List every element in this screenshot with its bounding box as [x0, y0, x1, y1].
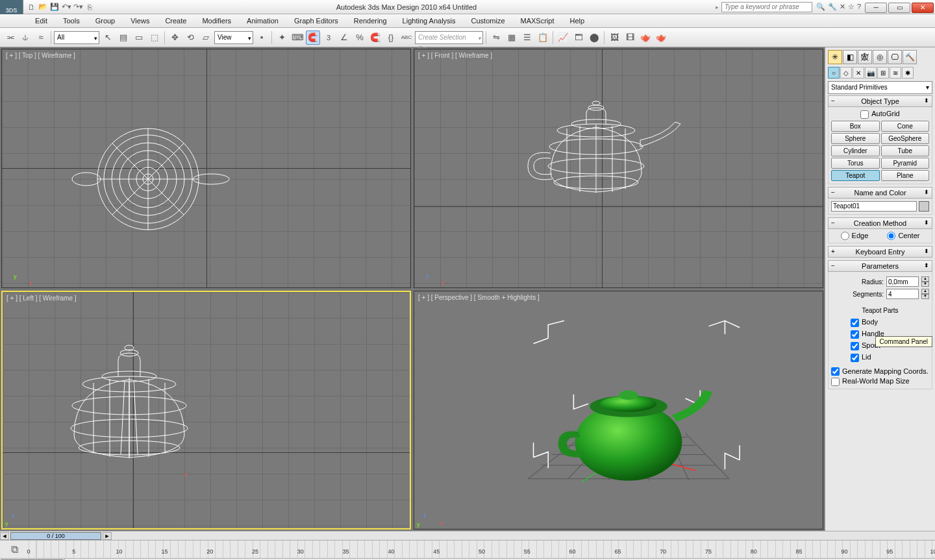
quick-render-icon[interactable]: 🫖: [654, 30, 668, 45]
sub-systems[interactable]: ✱: [902, 67, 914, 79]
select-icon[interactable]: ↖: [101, 30, 115, 45]
tab-modify[interactable]: ◧: [843, 50, 857, 64]
radius-up[interactable]: ▲: [921, 276, 929, 282]
menu-views[interactable]: Views: [124, 16, 156, 26]
segments-up[interactable]: ▲: [921, 289, 929, 294]
tab-display[interactable]: 🖵: [888, 50, 902, 64]
ref-coord[interactable]: View: [214, 31, 253, 44]
btn-tube[interactable]: Tube: [881, 145, 930, 156]
unlink-icon[interactable]: ⫝: [18, 30, 32, 45]
chk-spout[interactable]: [851, 342, 859, 350]
menu-create[interactable]: Create: [158, 16, 193, 26]
edit-named-sel-icon[interactable]: {}: [384, 30, 398, 45]
menu-edit[interactable]: Edit: [29, 16, 54, 26]
chk-lid[interactable]: [851, 354, 859, 362]
scroll-left[interactable]: ◄: [0, 532, 9, 540]
favorite-icon[interactable]: ☆: [848, 3, 854, 11]
manipulate-icon[interactable]: ✦: [275, 30, 289, 45]
segments-down[interactable]: ▼: [921, 294, 929, 299]
menu-tools[interactable]: Tools: [56, 16, 86, 26]
viewport-left-label[interactable]: [ + ] [ Left ] [ Wireframe ]: [6, 295, 77, 302]
menu-grapheditors[interactable]: Graph Editors: [288, 16, 345, 26]
material-icon[interactable]: ⬤: [587, 30, 601, 45]
curve-editor-icon[interactable]: 📈: [556, 30, 570, 45]
rotate-icon[interactable]: ⟲: [183, 30, 197, 45]
render-frame-icon[interactable]: 🎞: [623, 30, 637, 45]
btn-pyramid[interactable]: Pyramid: [881, 158, 930, 169]
maximize-button[interactable]: ▭: [888, 3, 910, 13]
snap-icon[interactable]: 🧲: [306, 30, 320, 45]
segments-input[interactable]: [886, 289, 919, 299]
radio-center[interactable]: Center: [887, 232, 919, 241]
radius-input[interactable]: [886, 276, 919, 287]
btn-plane[interactable]: Plane: [881, 170, 930, 181]
exchange-icon[interactable]: ✕: [840, 3, 845, 11]
scale-icon[interactable]: ▱: [199, 30, 213, 45]
rect-select-icon[interactable]: ▭: [132, 30, 146, 45]
open-icon[interactable]: 📂: [38, 2, 48, 12]
pivot-icon[interactable]: ▪: [255, 30, 269, 45]
menu-lighting[interactable]: Lighting Analysis: [396, 16, 462, 26]
btn-cone[interactable]: Cone: [881, 121, 930, 132]
keyboard-icon[interactable]: ⌨: [290, 30, 305, 45]
sub-spacewarps[interactable]: ≋: [890, 67, 901, 79]
chk-genmap[interactable]: [831, 367, 840, 376]
bind-icon[interactable]: ≈: [34, 30, 48, 45]
rollout-parameters[interactable]: Parameters⬍: [828, 260, 932, 272]
named-sel-set[interactable]: Create Selection Se: [415, 31, 483, 44]
rollout-creation-method[interactable]: Creation Method⬍: [828, 217, 932, 229]
sub-shapes[interactable]: ◇: [840, 67, 852, 79]
btn-torus[interactable]: Torus: [831, 158, 880, 169]
rollout-name-color[interactable]: Name and Color⬍: [828, 187, 932, 199]
percent-snap-icon[interactable]: %: [353, 30, 367, 45]
menu-customize[interactable]: Customize: [465, 16, 512, 26]
new-icon[interactable]: 🗋: [26, 2, 36, 12]
layers-icon[interactable]: ☰: [520, 30, 534, 45]
viewport-front[interactable]: [ + ] [ Front ] [ Wireframe ] z x: [414, 49, 823, 288]
tab-motion[interactable]: ◎: [873, 50, 887, 64]
selection-filter[interactable]: All: [54, 31, 99, 44]
viewport-left[interactable]: [ + ] [ Left ] [ Wireframe ] z y x: [1, 291, 411, 530]
chk-body[interactable]: [851, 319, 859, 327]
align-icon[interactable]: ▦: [505, 30, 519, 45]
viewport-top-label[interactable]: [ + ] [ Top ] [ Wireframe ]: [6, 52, 75, 59]
link-icon[interactable]: ⎘: [84, 2, 95, 12]
menu-help[interactable]: Help: [564, 16, 592, 26]
tab-hierarchy[interactable]: 🕸: [858, 50, 872, 64]
tab-create[interactable]: ✳: [828, 50, 842, 64]
trackbar-icon[interactable]: ⧉: [0, 541, 29, 558]
key-icon[interactable]: 🔧: [828, 3, 837, 11]
chk-handle[interactable]: [851, 330, 859, 339]
move-icon[interactable]: ✥: [168, 30, 182, 45]
autogrid-checkbox[interactable]: [860, 110, 869, 119]
undo-icon[interactable]: ↶▾: [61, 2, 71, 12]
viewport-perspective[interactable]: [ + ] [ Perspective ] [ Smooth + Highlig…: [414, 291, 823, 530]
btn-teapot[interactable]: Teapot: [831, 170, 880, 181]
select-name-icon[interactable]: ▤: [116, 30, 131, 45]
snap3-icon[interactable]: 3: [321, 30, 336, 45]
mirror-icon[interactable]: ⇋: [489, 30, 503, 45]
layer-manager-icon[interactable]: 📋: [536, 30, 550, 45]
rollout-object-type[interactable]: Object Type⬍: [828, 95, 932, 107]
spinner-snap-icon[interactable]: 🧲: [368, 30, 382, 45]
scroll-right[interactable]: ►: [103, 532, 112, 540]
btn-sphere[interactable]: Sphere: [831, 133, 880, 144]
color-swatch[interactable]: [919, 201, 929, 212]
time-slider[interactable]: 0 / 100: [10, 532, 101, 540]
viewport-top[interactable]: [ + ] [ Top ] [ Wireframe ] y x: [1, 49, 411, 288]
minimize-button[interactable]: ─: [865, 3, 887, 13]
schematic-icon[interactable]: 🗔: [571, 30, 586, 45]
close-button[interactable]: ✕: [912, 3, 934, 13]
binoculars-icon[interactable]: 🔍: [816, 3, 825, 11]
menu-group[interactable]: Group: [89, 16, 122, 26]
window-crossing-icon[interactable]: ⬚: [147, 30, 162, 45]
radio-edge[interactable]: Edge: [841, 232, 869, 241]
sub-helpers[interactable]: ⊞: [877, 67, 889, 79]
save-icon[interactable]: 💾: [49, 2, 60, 12]
object-name-input[interactable]: [831, 201, 917, 212]
sub-lights[interactable]: ✕: [853, 67, 864, 79]
menu-maxscript[interactable]: MAXScript: [514, 16, 561, 26]
btn-cylinder[interactable]: Cylinder: [831, 145, 880, 156]
radius-down[interactable]: ▼: [921, 282, 929, 287]
sub-cameras[interactable]: 📷: [865, 67, 877, 79]
